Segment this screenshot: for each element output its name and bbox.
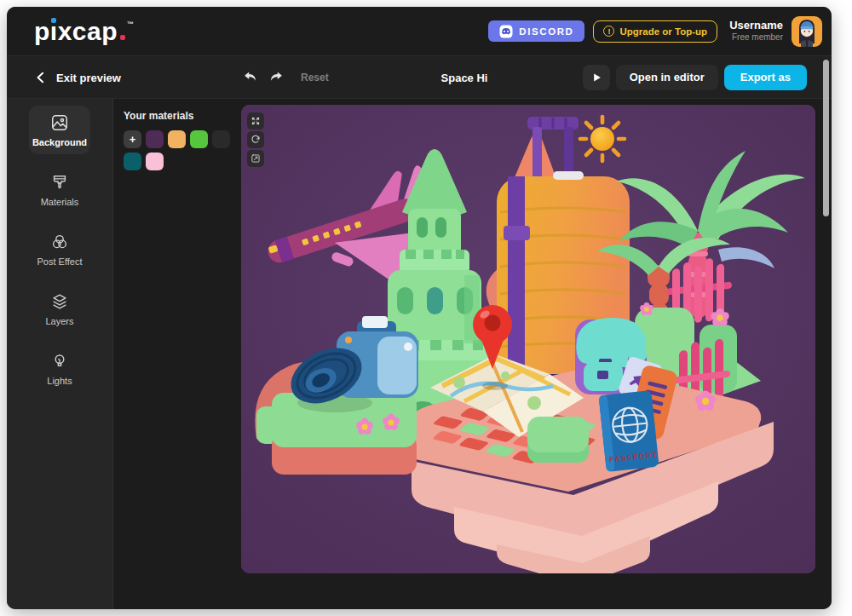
materials-panel: Your materials +: [113, 99, 241, 609]
sidebar-item-post-effect[interactable]: Post Effect: [29, 225, 90, 273]
upgrade-button[interactable]: ! Upgrade or Top-up: [593, 20, 717, 43]
open-in-editor-button[interactable]: Open in editor: [616, 65, 718, 90]
sidebar-item-label: Background: [29, 137, 90, 147]
username: Username: [729, 20, 783, 32]
membership-status: Free member: [729, 32, 783, 43]
redo-icon: [269, 70, 284, 84]
sidebar-item-label: Post Effect: [29, 256, 90, 267]
material-swatch[interactable]: [168, 130, 186, 148]
header-actions: DISCORD ! Upgrade or Top-up Username Fre…: [488, 16, 822, 47]
3d-scene-svg: PASSPORT: [241, 105, 815, 573]
material-swatch[interactable]: [190, 130, 208, 148]
sun-icon: [580, 117, 625, 161]
lightbulb-icon: [50, 352, 69, 371]
mint-cube: [527, 417, 589, 463]
discord-button[interactable]: DISCORD: [488, 20, 584, 42]
image-icon: [50, 113, 69, 132]
top-bar: pıxcap™ DISCORD ! Upgrade or Top-up User…: [7, 7, 832, 56]
sidebar-item-lights[interactable]: Lights: [29, 344, 90, 393]
logo-trademark: ™: [127, 20, 135, 28]
scrollbar[interactable]: [823, 60, 829, 216]
upgrade-label: Upgrade or Top-up: [619, 26, 707, 37]
project-title: Space Hi: [441, 71, 488, 83]
discord-icon: [499, 25, 513, 38]
exit-preview-button[interactable]: Exit preview: [34, 71, 121, 83]
undo-button[interactable]: [239, 66, 261, 89]
back-chevron-icon: [34, 71, 47, 83]
material-swatch[interactable]: [124, 153, 141, 170]
user-info: Username Free member: [729, 20, 783, 42]
app-window: pıxcap™ DISCORD ! Upgrade or Top-up User…: [7, 7, 832, 609]
main-content: Background Materials Post Effect: [7, 99, 832, 609]
layers-icon: [50, 292, 69, 311]
sidebar-item-label: Lights: [29, 376, 90, 386]
sidebar-item-label: Materials: [29, 197, 90, 207]
venn-circles-icon: [50, 233, 69, 251]
fullscreen-button[interactable]: [247, 112, 264, 130]
play-icon: [590, 72, 602, 83]
undo-icon: [243, 70, 257, 84]
refresh-icon: [250, 135, 261, 145]
sidebar-item-materials[interactable]: Materials: [29, 165, 90, 214]
logo-red-dot: [120, 35, 125, 40]
expand-icon: [250, 116, 261, 126]
exit-preview-label: Exit preview: [56, 71, 121, 83]
preview-toolbar: Exit preview Reset Space Hi Open in edit…: [7, 56, 832, 99]
add-material-button[interactable]: +: [124, 130, 141, 148]
resize-icon: [250, 153, 261, 164]
pixcap-logo[interactable]: pıxcap™: [34, 17, 135, 46]
paint-brush-icon: [50, 173, 69, 192]
3d-canvas[interactable]: PASSPORT: [241, 105, 815, 573]
canvas-controls: [247, 112, 264, 167]
logo-text: pıxcap: [34, 17, 118, 46]
avatar[interactable]: [792, 16, 822, 47]
material-swatch[interactable]: [212, 130, 230, 148]
sidebar-item-label: Layers: [29, 316, 90, 326]
reset-view-button[interactable]: [247, 131, 264, 148]
avatar-illustration: [792, 16, 822, 47]
canvas-area: PASSPORT: [241, 99, 832, 609]
redo-button[interactable]: [265, 66, 287, 89]
material-swatches: +: [124, 130, 231, 170]
logo-blue-dot: [51, 18, 56, 23]
play-button[interactable]: [583, 65, 610, 90]
sidebar-item-background[interactable]: Background: [29, 106, 90, 154]
alert-circle-icon: !: [603, 26, 614, 37]
sidebar-item-layers[interactable]: Layers: [29, 285, 90, 333]
sidebar: Background Materials Post Effect: [7, 99, 113, 609]
material-swatch[interactable]: [146, 130, 164, 148]
discord-label: DISCORD: [519, 26, 573, 37]
toolbar-right-actions: Open in editor Export as: [583, 65, 807, 90]
export-as-button[interactable]: Export as: [724, 65, 807, 90]
reset-button[interactable]: Reset: [301, 72, 329, 83]
resize-view-button[interactable]: [247, 150, 264, 167]
materials-title: Your materials: [124, 110, 231, 122]
material-swatch[interactable]: [146, 153, 164, 170]
